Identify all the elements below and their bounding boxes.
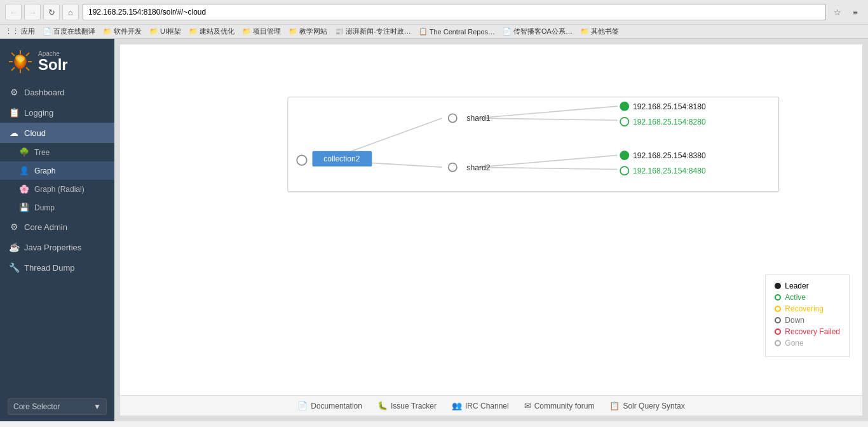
shard2-node2-dot[interactable]	[620, 166, 628, 175]
sidebar-subitem-tree[interactable]: 🌳 Tree	[0, 143, 114, 161]
legend-active: Active	[775, 293, 840, 302]
legend-recovering-dot	[775, 306, 781, 312]
sidebar-subitem-dump[interactable]: 💾 Dump	[0, 198, 114, 217]
legend-recovery-failed-dot	[775, 329, 781, 335]
thread-dump-icon: 🔧	[9, 262, 19, 273]
issue-tracker-icon: 🐛	[377, 401, 388, 410]
legend-recovering-label: Recovering	[785, 304, 824, 313]
legend-leader-label: Leader	[785, 281, 808, 290]
bookmark-translate[interactable]: 📄 百度在线翻译	[43, 27, 95, 36]
core-selector-area: Core Selector ▼	[0, 392, 114, 421]
bookmark-icon-4: 📁	[189, 27, 198, 36]
legend-leader-dot	[775, 283, 781, 289]
sidebar-item-logging[interactable]: 📋 Logging	[0, 102, 114, 123]
bookmark-other[interactable]: 📁 其他书签	[580, 27, 619, 36]
core-selector-label: Core Selector	[13, 402, 60, 411]
legend-down-label: Down	[785, 316, 804, 325]
legend-recovery-failed-label: Recovery Failed	[785, 327, 840, 336]
solr-logo-icon	[8, 49, 33, 74]
shard2-node1-dot[interactable]	[620, 151, 628, 159]
sidebar-item-label-core-admin: Core Admin	[24, 222, 67, 232]
footer-link-documentation[interactable]: 📄 Documentation	[297, 401, 362, 410]
svg-line-7	[11, 67, 15, 71]
sidebar-item-dashboard[interactable]: ⚙ Dashboard	[0, 82, 114, 102]
browser-toolbar: ← → ↻ ⌂ ☆ ≡	[0, 0, 868, 24]
bookmark-ui-label: UI框架	[160, 27, 181, 36]
bookmark-icon-9: 📄	[503, 27, 512, 36]
bookmark-project-label: 项目管理	[253, 27, 281, 36]
main-content: collection2 shard1 shard2 192.168.25.154…	[119, 44, 863, 416]
bookmark-apps-label: 应用	[21, 27, 35, 36]
shard1-node2-label: 192.168.25.154:8280	[633, 118, 706, 126]
back-button[interactable]: ←	[5, 4, 22, 20]
solr-label: Solr	[38, 57, 68, 72]
java-properties-icon: ☕	[9, 242, 19, 252]
home-button[interactable]: ⌂	[62, 4, 79, 20]
sidebar-item-label-cloud: Cloud	[24, 128, 46, 138]
bookmark-news[interactable]: 📰 澎湃新闻-专注时政…	[335, 27, 411, 36]
irc-icon: 👥	[452, 401, 462, 410]
solr-logo-text: Apache Solr	[38, 51, 68, 72]
bookmark-repo[interactable]: 📋 The Central Repos…	[419, 27, 495, 36]
bookmark-icon-1: 📄	[43, 27, 51, 36]
footer-link-community-forum[interactable]: ✉ Community forum	[524, 401, 595, 410]
apps-icon: ⋮⋮	[5, 27, 19, 36]
graph-radial-icon: 🌸	[19, 184, 29, 194]
sidebar-subitem-graph[interactable]: 👤 Graph	[0, 161, 114, 180]
sidebar-item-java-properties[interactable]: ☕ Java Properties	[0, 237, 114, 257]
shard2-node1-label: 192.168.25.154:8380	[633, 151, 706, 160]
sidebar-subitem-label-graph-radial: Graph (Radial)	[34, 185, 85, 194]
svg-line-11	[477, 118, 618, 120]
forward-button[interactable]: →	[24, 4, 41, 20]
star-icon[interactable]: ☆	[830, 4, 845, 20]
logo-area: Apache Solr	[0, 39, 114, 82]
documentation-icon: 📄	[297, 401, 308, 410]
bookmark-ui[interactable]: 📁 UI框架	[149, 27, 181, 36]
bookmark-dev-label: 软件开发	[114, 27, 142, 36]
graph-bounding-box	[288, 97, 779, 192]
cloud-icon: ☁	[9, 128, 19, 138]
bookmark-edu[interactable]: 📁 教学网站	[288, 27, 327, 36]
svg-line-13	[477, 167, 618, 169]
svg-line-5	[26, 67, 29, 71]
nav-buttons: ← → ↻ ⌂	[5, 4, 79, 20]
bookmark-build[interactable]: 📁 建站及优化	[189, 27, 234, 36]
shard1-node2-dot[interactable]	[620, 118, 628, 126]
svg-line-6	[26, 53, 29, 56]
svg-line-10	[477, 106, 618, 118]
sidebar-item-core-admin[interactable]: ⚙ Core Admin	[0, 217, 114, 237]
collection-node	[297, 155, 306, 165]
shard1-label: shard1	[466, 114, 490, 123]
footer: 📄 Documentation 🐛 Issue Tracker 👥 IRC Ch…	[120, 395, 862, 416]
menu-icon[interactable]: ≡	[848, 4, 863, 20]
sidebar-nav: ⚙ Dashboard 📋 Logging ☁ Cloud 🌳 Tree 👤 G…	[0, 82, 114, 392]
bookmark-project[interactable]: 📁 项目管理	[242, 27, 281, 36]
footer-link-irc-channel[interactable]: 👥 IRC Channel	[452, 401, 509, 410]
sidebar-subitem-label-graph: Graph	[34, 166, 55, 175]
sidebar-item-label-java-properties: Java Properties	[24, 243, 81, 252]
core-selector-dropdown[interactable]: Core Selector ▼	[8, 398, 107, 415]
graph-svg: collection2 shard1 shard2 192.168.25.154…	[120, 44, 862, 360]
core-selector-arrow-icon: ▼	[93, 402, 101, 411]
refresh-button[interactable]: ↻	[43, 4, 60, 20]
bookmark-repo-label: The Central Repos…	[430, 28, 495, 36]
legend-down: Down	[775, 316, 840, 325]
shard1-node1-dot[interactable]	[620, 102, 628, 111]
bookmark-apps[interactable]: ⋮⋮ 应用	[5, 27, 35, 36]
bookmark-icon-6: 📁	[288, 27, 297, 36]
graph-icon: 👤	[19, 166, 29, 175]
dump-icon: 💾	[19, 203, 29, 212]
sidebar: Apache Solr ⚙ Dashboard 📋 Logging ☁ Clou…	[0, 39, 114, 421]
footer-link-issue-tracker[interactable]: 🐛 Issue Tracker	[377, 401, 437, 410]
sidebar-subitem-graph-radial[interactable]: 🌸 Graph (Radial)	[0, 180, 114, 198]
sidebar-item-label-thread-dump: Thread Dump	[24, 263, 74, 273]
bookmark-translate-label: 百度在线翻译	[53, 27, 95, 36]
footer-link-solr-query-syntax[interactable]: 📋 Solr Query Syntax	[609, 401, 684, 410]
sidebar-item-thread-dump[interactable]: 🔧 Thread Dump	[0, 257, 114, 278]
bookmark-dev[interactable]: 📁 软件开发	[103, 27, 142, 36]
sidebar-item-cloud[interactable]: ☁ Cloud	[0, 123, 114, 143]
legend-gone-dot	[775, 340, 781, 346]
bookmark-oa[interactable]: 📄 传智播客OA公系…	[503, 27, 573, 36]
legend-active-label: Active	[785, 293, 806, 302]
address-bar[interactable]	[83, 4, 826, 20]
